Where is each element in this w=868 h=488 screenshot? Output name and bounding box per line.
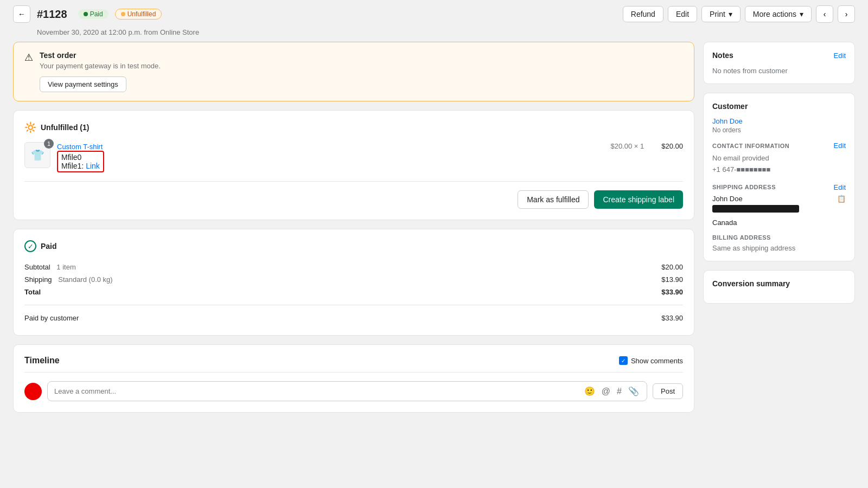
- nav-next-button[interactable]: ›: [838, 5, 855, 23]
- contact-edit-button[interactable]: Edit: [834, 142, 846, 150]
- unfulfilled-icon: 🔆: [24, 121, 36, 133]
- mark-as-fulfilled-button[interactable]: Mark as fulfilled: [518, 190, 589, 209]
- print-dropdown-icon: ▾: [729, 10, 732, 18]
- customer-orders: No orders: [712, 126, 846, 134]
- total-label: Total: [24, 288, 41, 296]
- paid-by-amount: $33.90: [661, 314, 683, 322]
- shipping-country: Canada: [712, 219, 846, 227]
- show-comments-checkbox: ✓: [619, 356, 628, 365]
- subtotal-label: Subtotal: [24, 263, 50, 271]
- nav-prev-button[interactable]: ‹: [816, 5, 833, 23]
- paid-title: Paid: [41, 242, 57, 251]
- timeline-title: Timeline: [24, 356, 60, 365]
- conversion-title: Conversion summary: [712, 279, 790, 288]
- subtotal-amount: $20.00: [661, 263, 683, 271]
- product-image-wrap: 👕 1: [24, 142, 50, 168]
- unfulfilled-card: 🔆 Unfulfilled (1) 👕 1 Custom T-shirt Mfi…: [13, 110, 694, 220]
- payment-divider: [24, 305, 683, 305]
- comment-input-wrap[interactable]: 🙂 @ # 📎: [47, 381, 647, 401]
- notes-card: Notes Edit No notes from customer: [703, 42, 855, 84]
- show-comments-label: Show comments: [631, 357, 683, 365]
- shipping-amount: $13.90: [661, 275, 683, 284]
- product-total: $20.00: [661, 142, 683, 150]
- subtotal-sub: 1 item: [56, 263, 75, 271]
- timeline-card: Timeline ✓ Show comments 🙂 @ # 📎: [13, 344, 694, 413]
- paid-by-row: Paid by customer $33.90: [24, 312, 683, 324]
- total-row: Total $33.90: [24, 286, 683, 298]
- order-subtitle: November 30, 2020 at 12:00 p.m. from Onl…: [0, 28, 868, 42]
- product-price-qty: $20.00 × 1: [610, 142, 644, 150]
- paid-icon: ✓: [24, 240, 36, 252]
- notes-title: Notes: [712, 51, 733, 60]
- contact-info-label: CONTACT INFORMATION: [712, 143, 789, 149]
- edit-button[interactable]: Edit: [668, 6, 697, 22]
- billing-address-label: BILLING ADDRESS: [712, 234, 771, 241]
- refund-button[interactable]: Refund: [623, 6, 663, 22]
- product-row: 👕 1 Custom T-shirt Mfile0 Mfile1: Link: [24, 142, 683, 172]
- shipping-sub: Standard (0.0 kg): [58, 275, 112, 284]
- customer-email: No email provided: [712, 153, 846, 164]
- billing-same-text: Same as shipping address: [712, 244, 846, 252]
- total-amount: $33.90: [661, 288, 683, 296]
- unfulfilled-title: Unfulfilled (1): [41, 123, 89, 132]
- view-payment-settings-button[interactable]: View payment settings: [40, 76, 126, 92]
- paid-by-label: Paid by customer: [24, 314, 79, 322]
- shipping-label: Shipping: [24, 275, 52, 284]
- customer-title: Customer: [712, 102, 748, 111]
- quantity-badge: 1: [44, 139, 54, 149]
- warning-icon: ⚠: [24, 52, 33, 92]
- user-avatar: [24, 383, 42, 400]
- copy-address-icon[interactable]: 📋: [837, 195, 846, 203]
- product-meta-link[interactable]: Link: [86, 162, 100, 170]
- show-comments-toggle[interactable]: ✓ Show comments: [619, 356, 683, 365]
- post-comment-button[interactable]: Post: [653, 383, 683, 399]
- unfulfilled-badge: Unfulfilled: [115, 9, 162, 20]
- product-meta-line2: Mfile1: Link: [61, 162, 100, 170]
- test-order-description: Your payment gateway is in test mode.: [40, 62, 161, 70]
- comment-input[interactable]: [54, 387, 579, 395]
- comment-input-row: 🙂 @ # 📎 Post: [24, 381, 683, 401]
- attachment-icon-button[interactable]: 📎: [627, 386, 640, 396]
- test-order-title: Test order: [40, 51, 161, 60]
- notes-edit-button[interactable]: Edit: [834, 52, 846, 60]
- product-name-link[interactable]: Custom T-shirt: [57, 143, 103, 151]
- create-shipping-label-button[interactable]: Create shipping label: [594, 190, 683, 209]
- product-meta-highlighted: Mfile0 Mfile1: Link: [57, 151, 104, 172]
- more-actions-dropdown-icon: ▾: [800, 10, 803, 18]
- order-title: #1128: [37, 8, 67, 21]
- customer-name-link[interactable]: John Doe: [712, 117, 846, 125]
- paid-badge: Paid: [78, 9, 108, 19]
- paid-card: ✓ Paid Subtotal 1 item $20.00 Shipping S…: [13, 229, 694, 336]
- customer-phone: +1 647-■■■■■■■■: [712, 164, 846, 176]
- back-button[interactable]: ←: [13, 5, 30, 23]
- customer-card: Customer John Doe No orders CONTACT INFO…: [703, 93, 855, 261]
- shipping-name: John Doe 📋: [712, 195, 846, 203]
- subtotal-row: Subtotal 1 item $20.00: [24, 261, 683, 273]
- test-order-banner: ⚠ Test order Your payment gateway is in …: [13, 42, 694, 101]
- hashtag-icon-button[interactable]: #: [616, 387, 623, 396]
- shipping-row: Shipping Standard (0.0 kg) $13.90: [24, 273, 683, 286]
- mention-icon-button[interactable]: @: [601, 387, 611, 396]
- shipping-address-redacted: [712, 205, 799, 213]
- emoji-icon-button[interactable]: 🙂: [583, 386, 596, 396]
- notes-empty-text: No notes from customer: [712, 67, 788, 75]
- product-details: Custom T-shirt Mfile0 Mfile1: Link: [57, 142, 593, 172]
- shipping-address-label: SHIPPING ADDRESS: [712, 184, 776, 190]
- print-button[interactable]: Print ▾: [701, 6, 741, 22]
- shipping-edit-button[interactable]: Edit: [834, 183, 846, 191]
- more-actions-button[interactable]: More actions ▾: [745, 6, 812, 22]
- product-meta-line1: Mfile0: [61, 153, 100, 162]
- conversion-card: Conversion summary: [703, 270, 855, 304]
